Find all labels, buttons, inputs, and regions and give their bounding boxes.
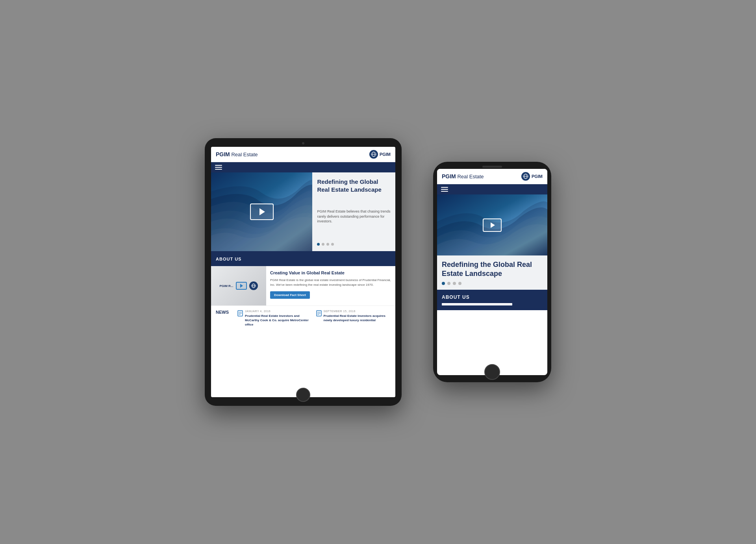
slider-dots [317, 243, 391, 246]
about-label: ABOUT US [216, 257, 241, 261]
phone-about-bar [442, 303, 512, 305]
about-play-button[interactable] [236, 282, 247, 290]
tablet-about-header: ABOUT US [211, 251, 395, 266]
phone-about-label: ABOUT US [442, 294, 543, 300]
about-video-thumbnail: PGIM R... [211, 266, 266, 305]
dot-3[interactable] [326, 243, 329, 246]
phone-globe-icon [521, 172, 530, 181]
news-item-1: JANUARY 4, 2016 Prudential Real Estate I… [237, 310, 312, 393]
phone-play-button[interactable] [483, 218, 502, 232]
hero-play-button[interactable] [250, 204, 274, 220]
phone-hero-title: Redefining the Global Real Estate Landsc… [442, 260, 543, 279]
play-triangle-icon [259, 208, 265, 215]
phone-header: PGIM Real Estate PGIM [437, 169, 547, 184]
phone-dot-2[interactable] [447, 282, 450, 285]
tablet-about-content: PGIM R... Cre [211, 266, 395, 305]
hero-image [211, 172, 312, 251]
news-item-2-content: SEPTEMBER 15, 2016 Prudential Real Estat… [324, 310, 391, 393]
phone-slider-dots [442, 282, 543, 285]
tablet-news-section: NEWS JANUARY 4, 2016 [211, 305, 395, 397]
phone-dot-1[interactable] [442, 282, 445, 285]
dot-1[interactable] [317, 243, 320, 246]
pgim-label: PGIM [380, 152, 391, 157]
news-items: JANUARY 4, 2016 Prudential Real Estate I… [237, 310, 391, 393]
tablet-nav [211, 162, 395, 172]
hero-content: Redefining the Global Real Estate Landsc… [317, 178, 391, 193]
news-icon-2 [316, 310, 322, 393]
about-pgim-icon [249, 281, 258, 290]
tablet-screen: PGIM Real Estate PGIM [211, 147, 395, 397]
about-content-title: Creating Value in Global Real Estate [270, 270, 391, 276]
phone-device: PGIM Real Estate PGIM [433, 162, 551, 382]
phone-pgim-label: PGIM [532, 174, 543, 179]
phone-logo-text: Real Estate [456, 174, 484, 179]
about-thumb-inner: PGIM R... [219, 281, 258, 290]
phone-screen: PGIM Real Estate PGIM [437, 169, 547, 375]
globe-icon [369, 150, 378, 159]
news-item-1-content: JANUARY 4, 2016 Prudential Real Estate I… [245, 310, 312, 393]
phone-hamburger-icon[interactable] [441, 187, 448, 192]
phone-pgim-logo: PGIM [521, 172, 543, 181]
hero-description: PGIM Real Estate believes that chasing t… [317, 209, 391, 224]
dot-2[interactable] [322, 243, 324, 246]
phone-nav [437, 184, 547, 194]
news-label: NEWS [216, 310, 233, 393]
about-content-description: PGIM Real Estate is the global real esta… [270, 278, 391, 287]
phone-dot-4[interactable] [458, 282, 461, 285]
phone-hero-image [437, 194, 547, 255]
tablet-header: PGIM Real Estate PGIM [211, 147, 395, 162]
news-title-2[interactable]: Prudential Real Estate Investors acquire… [324, 314, 391, 322]
hero-title: Redefining the Global Real Estate Landsc… [317, 178, 391, 193]
devices-container: PGIM Real Estate PGIM [205, 138, 551, 406]
news-date-1: JANUARY 4, 2016 [245, 310, 312, 313]
dot-4[interactable] [331, 243, 334, 246]
phone-play-icon [491, 222, 495, 228]
news-date-2: SEPTEMBER 15, 2016 [324, 310, 391, 313]
phone-logo-bold: PGIM [442, 173, 456, 179]
hamburger-icon[interactable] [215, 165, 222, 170]
logo-text: Real Estate [230, 152, 258, 157]
about-text-panel: Creating Value in Global Real Estate PGI… [266, 266, 395, 305]
phone-hero-text: Redefining the Global Real Estate Landsc… [437, 255, 547, 290]
news-icon-1 [237, 310, 243, 393]
phone-dot-3[interactable] [453, 282, 456, 285]
phone-logo: PGIM Real Estate [442, 173, 484, 179]
download-fact-sheet-button[interactable]: Download Fact Sheet [270, 291, 310, 299]
phone-about-section: ABOUT US [437, 290, 547, 310]
news-title-1[interactable]: Prudential Real Estate Investors and McC… [245, 314, 312, 327]
hero-text-panel: Redefining the Global Real Estate Landsc… [312, 172, 395, 251]
tablet-logo: PGIM Real Estate [216, 151, 258, 157]
news-item-2: SEPTEMBER 15, 2016 Prudential Real Estat… [316, 310, 391, 393]
about-play-icon [240, 284, 243, 288]
tablet-hero-slider: Redefining the Global Real Estate Landsc… [211, 172, 395, 251]
logo-bold: PGIM [216, 151, 230, 157]
about-thumb-logo: PGIM R... [219, 284, 233, 288]
pgim-logo-right: PGIM [369, 150, 391, 159]
tablet-device: PGIM Real Estate PGIM [205, 138, 402, 406]
